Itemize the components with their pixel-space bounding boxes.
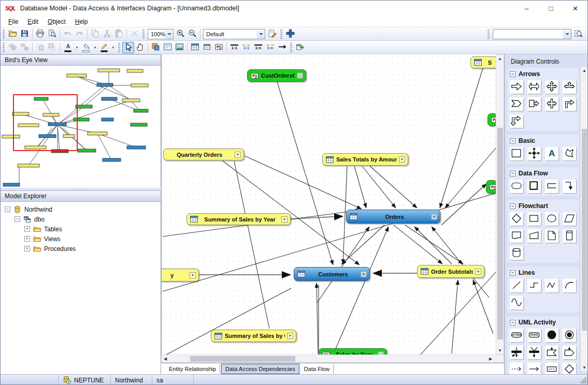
undo-button[interactable]	[62, 28, 74, 40]
collapse-section-button[interactable]: −	[510, 171, 515, 176]
relation-1-1-button[interactable]: 1:1	[228, 42, 240, 53]
vscroll-thumb[interactable]	[497, 128, 503, 339]
relation-1-1-virtual-button[interactable]: 1:1	[240, 42, 252, 53]
expand-toggle[interactable]: +	[24, 226, 30, 232]
entity-dropdown-button[interactable]: ▾	[235, 152, 241, 158]
palette-scroll-up-icon[interactable]: ▲	[581, 67, 588, 74]
palette-item-flow-arrow[interactable]	[563, 180, 576, 193]
entity-orders[interactable]: Orders▾	[346, 210, 440, 224]
entity-dropdown-button[interactable]: ▾	[281, 216, 288, 223]
send-to-back-button[interactable]	[46, 42, 58, 53]
palette-item-dashed-arrow[interactable]	[510, 363, 523, 374]
entity-custordersorders[interactable]: P()CustOrdersOrders	[247, 69, 306, 82]
expand-toggle[interactable]: +	[24, 246, 30, 251]
scroll-up-icon[interactable]: ▲	[496, 55, 504, 62]
palette-item-fork[interactable]	[510, 346, 523, 359]
palette-scroll-down-icon[interactable]: ▼	[581, 364, 588, 371]
diagram-canvas[interactable]: P()CustOrdersOrdersSP()Quarterly Orders▾…	[161, 54, 504, 354]
entity-sales-totals-by-amount[interactable]: Sales Totals by Amount▾	[322, 153, 408, 166]
palette-scroll-thumb[interactable]	[582, 129, 587, 331]
search-button[interactable]	[572, 28, 584, 40]
zoom-out-button[interactable]	[187, 28, 198, 40]
menu-edit[interactable]: Edit	[23, 17, 43, 26]
entity-partial[interactable]: P()	[486, 180, 497, 194]
palette-item-terminator[interactable]	[545, 212, 558, 226]
shape-tool-button[interactable]	[150, 42, 162, 53]
palette-item-rounded-rect[interactable]	[510, 180, 523, 193]
canvas-horizontal-scrollbar[interactable]: ◀ ▶	[161, 354, 504, 363]
menu-help[interactable]: Help	[70, 17, 93, 26]
palette-item-initial-node[interactable]	[545, 329, 558, 342]
entity-s[interactable]: S	[470, 56, 498, 68]
style-combo-dropdown-icon[interactable]	[257, 29, 265, 39]
search-combo[interactable]	[493, 29, 571, 39]
paste-button[interactable]	[113, 28, 125, 40]
palette-item-final-node[interactable]	[563, 329, 576, 342]
delete-button[interactable]	[128, 28, 140, 40]
entity-dropdown-button[interactable]: ▾	[475, 269, 481, 275]
pan-tool-button[interactable]	[134, 42, 146, 53]
tree-node-procedures[interactable]: +Procedures	[1, 244, 161, 254]
collapse-toggle[interactable]: −	[5, 206, 10, 212]
print-button[interactable]	[34, 28, 46, 40]
palette-item-note-page[interactable]	[545, 229, 558, 243]
search-combo-dropdown-icon[interactable]	[563, 29, 571, 39]
hscroll-thumb[interactable]	[190, 356, 295, 362]
palette-item-cross-arrow[interactable]	[545, 97, 558, 111]
open-button[interactable]	[7, 28, 19, 40]
palette-item-zigzag[interactable]	[545, 279, 558, 292]
entity-sales-by-year[interactable]: P()Sales by Year	[319, 348, 387, 354]
palette-item-corner-arrow[interactable]	[563, 97, 576, 111]
tab-data-flow[interactable]: Data Flow	[300, 364, 334, 374]
entity-quarterly-orders[interactable]: Quarterly Orders▾	[163, 149, 244, 160]
palette-item-arrow-line[interactable]	[527, 363, 541, 374]
tree-node-tables[interactable]: +Tables	[1, 224, 161, 234]
print-preview-button[interactable]	[46, 28, 58, 40]
palette-item-position-marker[interactable]	[527, 147, 541, 160]
relation-1-n-virtual-button[interactable]: 1:n	[264, 42, 276, 53]
palette-item-send-signal[interactable]	[563, 346, 576, 359]
scroll-down-icon[interactable]: ▼	[496, 347, 504, 354]
group-button[interactable]	[7, 42, 19, 53]
entity-dropdown-button[interactable]: ▾	[431, 214, 437, 220]
palette-item-arrow-three[interactable]	[563, 80, 576, 94]
scroll-left-icon[interactable]: ◀	[162, 355, 169, 362]
palette-item-step-line[interactable]	[527, 279, 541, 292]
entity-dropdown-button[interactable]: ▾	[190, 272, 196, 278]
palette-item-process[interactable]	[527, 212, 541, 226]
palette-item-state[interactable]: STATE	[527, 329, 541, 342]
canvas-vertical-scrollbar[interactable]: ▲ ▼	[496, 54, 504, 354]
collapse-section-button[interactable]: −	[510, 320, 515, 325]
close-button[interactable]: ✕	[563, 1, 587, 16]
copy-button[interactable]	[89, 28, 101, 40]
palette-scrollbar[interactable]: ▲ ▼	[580, 66, 588, 372]
palette-item-arrow-double[interactable]	[527, 80, 541, 94]
tab-data-access-dependencies[interactable]: Data Access Dependencies	[221, 364, 299, 374]
entity-dropdown-button[interactable]: ▾	[361, 271, 367, 277]
collapse-section-button[interactable]: −	[510, 71, 515, 77]
palette-item-document[interactable]	[510, 229, 523, 243]
save-button[interactable]	[19, 28, 31, 40]
entity-order-subtotals[interactable]: Order Subtotals▾	[417, 265, 484, 278]
ungroup-button[interactable]	[19, 42, 31, 53]
palette-item-box-arrow[interactable]	[527, 97, 541, 111]
palette-item-rectangle[interactable]	[510, 147, 523, 160]
text-tool-button[interactable]	[162, 42, 174, 53]
palette-item-arc[interactable]	[563, 279, 576, 292]
collapse-section-button[interactable]: −	[510, 203, 515, 209]
font-color-dropdown[interactable]: ▾	[74, 42, 80, 53]
entity-y[interactable]: y▾	[161, 269, 199, 282]
palette-item-object-box[interactable]	[545, 363, 558, 374]
palette-item-manual-operation[interactable]	[527, 229, 541, 243]
add-procedure-button[interactable]: P()	[213, 42, 225, 53]
tab-entity-relationship[interactable]: Entity Relationship	[165, 364, 220, 374]
palette-item-corner-arrow-double[interactable]	[510, 114, 523, 128]
palette-item-cylinder[interactable]	[510, 246, 523, 260]
palette-item-data-parallelogram[interactable]	[563, 212, 576, 226]
export-button[interactable]	[294, 42, 306, 53]
palette-item-action[interactable]: ACTION	[510, 329, 523, 342]
bring-to-front-button[interactable]	[34, 42, 46, 53]
resize-grip[interactable]	[580, 377, 586, 383]
select-tool-button[interactable]	[122, 42, 134, 53]
menu-file[interactable]: File	[4, 17, 23, 26]
